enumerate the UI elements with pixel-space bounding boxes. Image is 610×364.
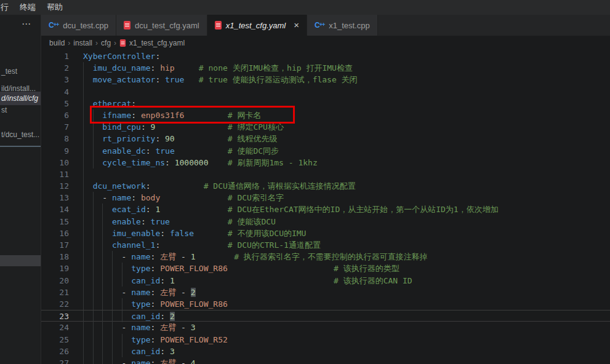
breadcrumb-file[interactable]: x1_test_cfg.yaml: [129, 39, 185, 47]
code-text: [83, 86, 93, 98]
code-line[interactable]: 3move_actuator: true # true 使能执行器运动测试，fl…: [41, 74, 610, 85]
code-text: [83, 168, 93, 180]
code-line[interactable]: 25type: POWER_FLOW_R52: [41, 334, 610, 346]
code-text: XyberController:: [83, 50, 160, 62]
menu-item-0[interactable]: 行: [0, 0, 14, 15]
indent-guides: [83, 239, 112, 251]
code-line[interactable]: 15enable: true # 使能该DCU: [41, 216, 610, 228]
code-line[interactable]: 17channel_1: # DCU的CTRL-1通道配置: [41, 239, 610, 251]
code-line[interactable]: 5ethercat:: [41, 98, 610, 109]
code-text: rt_priority: 90 # 线程优先级: [83, 133, 277, 144]
cpp-file-icon: C++: [49, 21, 58, 30]
code-line[interactable]: 9enable_dc: true # 使能DC同步: [41, 145, 610, 157]
sidebar-item[interactable]: _test: [0, 65, 41, 78]
line-number: 26: [41, 346, 69, 357]
code-line[interactable]: 6ifname: enp0s31f6 # 网卡名: [41, 109, 610, 121]
indent-guides: [83, 74, 93, 85]
code-text: - name: 左臂 - 4: [83, 357, 196, 364]
code-text: ecat_id: 1 # DCU在EtherCAT网络中的ID，从主站开始，第一…: [83, 204, 499, 215]
line-number: 10: [41, 157, 69, 168]
chevron-right-icon: ›: [95, 39, 98, 47]
code-text: can_id: 3: [83, 346, 175, 357]
code-editor[interactable]: 1XyberController:2imu_dcu_name: hip # no…: [41, 50, 610, 364]
code-text: channel_1: # DCU的CTRL-1通道配置: [83, 239, 321, 251]
code-text: - name: 左臂 - 1 # 执行器索引名字，不需要控制的执行器可直接注释掉: [83, 251, 428, 263]
indent-guides: [83, 298, 131, 310]
code-line[interactable]: 11: [41, 168, 610, 180]
tab-label: dcu_test.cpp: [63, 21, 108, 30]
code-line[interactable]: 14ecat_id: 1 # DCU在EtherCAT网络中的ID，从主站开始，…: [41, 204, 610, 215]
code-line[interactable]: 2imu_dcu_name: hip # none 关闭IMU检查，hip 打开…: [41, 62, 610, 74]
breadcrumb-item[interactable]: install: [73, 39, 92, 47]
indent-guides: [83, 322, 122, 333]
menu-item-1[interactable]: 终端: [14, 0, 41, 15]
code-line[interactable]: 13- name: body # DCU索引名字: [41, 192, 610, 204]
side-panel: ⋯ _testild/install...d/install/cfgstt/dc…: [0, 15, 41, 364]
indent-guides: [83, 109, 102, 121]
line-number: 1: [41, 50, 69, 62]
code-line[interactable]: 26can_id: 3: [41, 346, 610, 357]
more-actions-icon[interactable]: ⋯: [16, 18, 37, 32]
code-line[interactable]: 18- name: 左臂 - 1 # 执行器索引名字，不需要控制的执行器可直接注…: [41, 251, 610, 263]
code-line[interactable]: 12dcu_network: # DCU通信网络，请根据实机连接情况配置: [41, 180, 610, 192]
line-number: 14: [41, 204, 69, 215]
code-text: type: POWER_FLOW_R86 # 该执行器的类型: [83, 263, 399, 274]
code-text: type: POWER_FLOW_R52: [83, 334, 228, 346]
sidebar-item[interactable]: t/dcu_test...: [0, 128, 41, 141]
menu-bar: 行终端帮助: [0, 0, 610, 15]
code-line[interactable]: 8rt_priority: 90 # 线程优先级: [41, 133, 610, 144]
sidebar-item[interactable]: st: [0, 103, 41, 117]
tab-label: x1_test.cpp: [329, 21, 370, 30]
line-number: 5: [41, 98, 69, 109]
code-text: ethercat:: [83, 98, 136, 109]
code-line[interactable]: 27- name: 左臂 - 4: [41, 357, 610, 364]
code-line[interactable]: 21- name: 左臂 - 2: [41, 287, 610, 298]
line-number: 12: [41, 180, 69, 192]
line-number: 24: [41, 322, 69, 333]
menu-item-2[interactable]: 帮助: [41, 0, 68, 15]
close-icon[interactable]: ×: [294, 21, 299, 30]
breadcrumb: build›install›cfg›x1_test_cfg.yaml: [41, 36, 610, 50]
indent-guides: [83, 86, 93, 98]
indent-guides: [83, 98, 93, 109]
sidebar-highlight-row[interactable]: [0, 255, 41, 266]
indent-guides: [83, 133, 102, 144]
line-number: 7: [41, 121, 69, 133]
line-number: 9: [41, 145, 69, 157]
tab-label: x1_test_cfg.yaml: [226, 21, 286, 30]
code-line[interactable]: 7bind_cpu: 9 # 绑定CPU核心: [41, 121, 610, 133]
code-text: can_id: 1 # 该执行器的CAN ID: [83, 275, 412, 287]
tab-bar: C++dcu_test.cppdcu_test_cfg.yamlx1_test_…: [41, 15, 610, 36]
code-line[interactable]: 20can_id: 1 # 该执行器的CAN ID: [41, 275, 610, 287]
indent-guides: [83, 287, 122, 298]
indent-guides: [83, 121, 102, 133]
yaml-file-icon: [215, 21, 222, 30]
code-line[interactable]: 16imu_enable: false # 不使用该DCU的IMU: [41, 228, 610, 239]
line-number: 3: [41, 74, 69, 85]
line-number: 25: [41, 334, 69, 346]
indent-guides: [83, 204, 112, 215]
code-line[interactable]: 23can_id: 2: [41, 310, 610, 322]
code-line[interactable]: 24- name: 左臂 - 3: [41, 322, 610, 333]
code-text: - name: 左臂 - 2: [83, 287, 196, 298]
yaml-file-icon: [124, 21, 130, 30]
tab-x1_test_cfg.yaml[interactable]: x1_test_cfg.yaml×: [207, 15, 307, 36]
code-text: ifname: enp0s31f6 # 网卡名: [83, 109, 261, 121]
code-text: type: POWER_FLOW_R86: [83, 298, 228, 310]
tab-dcu_test_cfg.yaml[interactable]: dcu_test_cfg.yaml: [116, 15, 207, 36]
line-number: 6: [41, 109, 69, 121]
code-line[interactable]: 22type: POWER_FLOW_R86: [41, 298, 610, 310]
breadcrumb-item[interactable]: cfg: [101, 39, 111, 47]
indent-guides: [83, 168, 93, 180]
code-line[interactable]: 4: [41, 86, 610, 98]
tab-x1_test.cpp[interactable]: C++x1_test.cpp: [307, 15, 378, 36]
line-number: 23: [41, 311, 69, 321]
breadcrumb-item[interactable]: build: [49, 39, 65, 47]
code-line[interactable]: 19type: POWER_FLOW_R86 # 该执行器的类型: [41, 263, 610, 274]
indent-guides: [83, 145, 102, 157]
code-line[interactable]: 10cycle_time_ns: 1000000 # 刷新周期1ms - 1kh…: [41, 157, 610, 168]
code-line[interactable]: 1XyberController:: [41, 50, 610, 62]
line-number: 20: [41, 275, 69, 287]
tab-dcu_test.cpp[interactable]: C++dcu_test.cpp: [41, 15, 116, 36]
line-number: 8: [41, 133, 69, 144]
